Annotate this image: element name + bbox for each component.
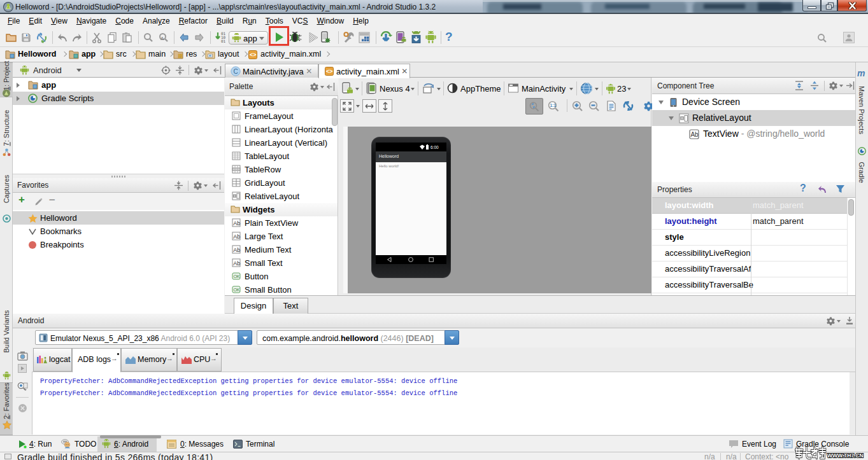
svg-text:WWW.TH7.CN: WWW.TH7.CN (827, 452, 864, 459)
svg-text:OK: OK (233, 288, 239, 292)
svg-text:A: A (160, 36, 164, 41)
svg-text:Ab: Ab (233, 233, 240, 240)
svg-text:C: C (234, 68, 238, 75)
svg-text:<>: <> (326, 68, 333, 74)
svg-text:01: 01 (221, 39, 226, 43)
svg-text:1:1: 1:1 (550, 103, 556, 108)
svg-text:Ab: Ab (690, 131, 699, 138)
svg-text:<>: <> (250, 52, 257, 58)
svg-text:Ab: Ab (233, 260, 240, 267)
svg-text:OK: OK (233, 274, 239, 279)
svg-text:Ab: Ab (233, 247, 240, 253)
svg-text:Ab: Ab (233, 220, 240, 227)
svg-text:6:00: 6:00 (430, 145, 439, 150)
svg-text:m: m (857, 69, 865, 78)
